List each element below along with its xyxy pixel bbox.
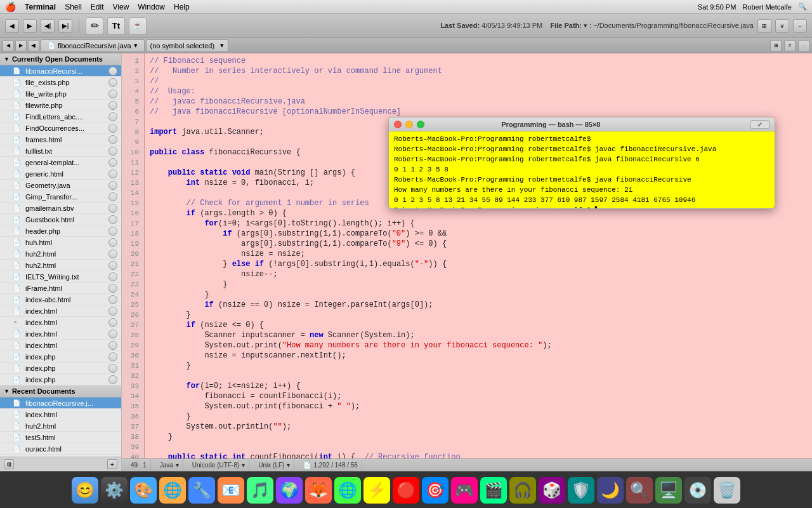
sidebar-item-5[interactable]: 📄 FindOccurrences...	[0, 123, 121, 134]
terminal-minimize-button[interactable]	[405, 121, 413, 128]
status-lang[interactable]: Java ▾	[156, 459, 183, 471]
sidebar-item-2[interactable]: 📄 file_write.php	[0, 88, 121, 100]
nav-start-button[interactable]: ◀|	[41, 19, 55, 33]
sidebar-recent-2[interactable]: 📄 huh2.html	[0, 420, 121, 432]
sidebar-item-21[interactable]: 📄 index.html	[0, 305, 121, 317]
sidebar-recent-1[interactable]: 📄 index.html	[0, 409, 121, 420]
terminal-maximize-button[interactable]	[417, 121, 424, 128]
sidebar-item-26[interactable]: 📄 index.php	[0, 363, 121, 374]
sidebar-item-fibonaccirecursive[interactable]: 📄 fibonacciRecursi...	[0, 65, 121, 77]
dock-app6[interactable]: 🎵	[247, 477, 273, 504]
sidebar-item-8[interactable]: 📄 general-templat...	[0, 157, 121, 168]
sidebar-item-17[interactable]: 📄 huh2.html	[0, 260, 121, 271]
file-tab[interactable]: 📄 fibonacciRecursive.java ▾	[41, 39, 145, 52]
dock-app16[interactable]: 🌙	[597, 477, 624, 504]
sidebar-item-16[interactable]: 📄 huh2.html	[0, 248, 121, 260]
code-text[interactable]: // Fibonacci sequence // Number in serie…	[145, 53, 812, 458]
dock-app14[interactable]: 🎲	[539, 477, 565, 504]
dock-app4[interactable]: 🔧	[188, 477, 215, 504]
dock-app7[interactable]: 🌍	[276, 477, 303, 504]
sidebar-item-19[interactable]: 📄 iFrame.html	[0, 283, 121, 294]
toolbar-end-btn-2[interactable]: #	[775, 19, 789, 33]
dock-app3[interactable]: 🌐	[159, 477, 186, 504]
dock-dashboard[interactable]: ⚙️	[101, 477, 128, 504]
sidebar-close-btn-11[interactable]	[108, 192, 117, 201]
sidebar-close-btn-27[interactable]	[108, 375, 117, 384]
nav-prev-button[interactable]: ◀	[5, 19, 19, 33]
sidebar-recent-4[interactable]: 📄 ouracc.html	[0, 443, 121, 455]
sidebar-close-btn-7[interactable]	[108, 147, 117, 156]
sidebar-close-btn-15[interactable]	[108, 238, 117, 247]
sidebar-item-7[interactable]: 📄 fulllist.txt	[0, 145, 121, 157]
sidebar-item-1[interactable]: 📄 file_exists.php	[0, 77, 121, 88]
search-icon[interactable]: 🔍	[798, 3, 807, 11]
dock-app11[interactable]: 🎮	[451, 477, 478, 504]
sidebar-close-btn-2[interactable]	[108, 90, 117, 98]
dock-app5[interactable]: 📧	[218, 477, 244, 504]
dock-app8[interactable]: ⚡	[363, 477, 390, 504]
sidebar-close-btn-18[interactable]	[108, 272, 117, 281]
sidebar-close-btn-21[interactable]	[108, 307, 117, 316]
dock-app19[interactable]: 💿	[684, 477, 711, 504]
sidebar-close-btn-16[interactable]	[108, 250, 117, 258]
status-line-ending[interactable]: Unix (LF) ▾	[254, 459, 294, 471]
dock-app2[interactable]: 🎨	[130, 477, 157, 504]
toolbar-end-btn-3[interactable]: -	[793, 19, 807, 33]
terminal-close-button[interactable]	[394, 121, 402, 128]
sidebar-close-btn-0[interactable]	[108, 67, 117, 76]
sidebar-close-btn-20[interactable]	[108, 295, 117, 304]
sidebar-item-10[interactable]: 📄 Geometry.java	[0, 180, 121, 191]
tab-nav-prev[interactable]: ◀	[3, 40, 14, 51]
tt-format-button[interactable]: Tt	[107, 17, 125, 35]
dock-app12[interactable]: 🎬	[480, 477, 507, 504]
menu-shell[interactable]: Shell	[65, 3, 82, 11]
sidebar-add-btn[interactable]: +	[107, 459, 117, 469]
menu-help[interactable]: Help	[174, 3, 190, 11]
apple-menu[interactable]: 🍎	[5, 2, 16, 12]
menu-window[interactable]: Window	[138, 3, 165, 11]
tab-end-btn-3[interactable]: -	[798, 40, 809, 51]
sidebar-close-btn-19[interactable]	[108, 284, 117, 293]
dock-app17[interactable]: 🔍	[626, 477, 653, 504]
sidebar-recent-3[interactable]: 📄 test5.html	[0, 432, 121, 443]
sidebar-close-btn-5[interactable]	[108, 124, 117, 133]
sidebar-item-24[interactable]: 📄 index.html	[0, 340, 121, 351]
tab-end-btn-1[interactable]: ⊞	[770, 40, 782, 51]
sidebar-close-btn-8[interactable]	[108, 158, 117, 167]
sidebar-item-27[interactable]: 📄 index.php	[0, 374, 121, 385]
status-encoding[interactable]: Unicode (UTF-8) ▾	[188, 459, 249, 471]
dock-app13[interactable]: 🎧	[509, 477, 536, 504]
dock-app18[interactable]: 🖥️	[655, 477, 682, 504]
sidebar-close-btn-10[interactable]	[108, 181, 117, 190]
sidebar-section-recent[interactable]: ▼ Recent Documents	[0, 385, 121, 398]
sidebar-close-btn-12[interactable]	[108, 204, 117, 213]
sidebar-recent-0[interactable]: 📄 fibonacciRecursive.j...	[0, 398, 121, 409]
sidebar-close-btn-26[interactable]	[108, 364, 117, 373]
sidebar-settings-btn[interactable]: ⚙	[4, 459, 14, 469]
toolbar-end-btn-1[interactable]: ⊞	[757, 19, 771, 33]
sidebar-close-btn-25[interactable]	[108, 352, 117, 361]
dock-firefox[interactable]: 🦊	[305, 477, 332, 504]
tab-nav-start[interactable]: ◀|	[28, 40, 39, 51]
dock-app15[interactable]: 🛡️	[568, 477, 594, 504]
code-editor[interactable]: 12345 678910 1112131415 1617181920 21222…	[122, 53, 812, 458]
sidebar-item-11[interactable]: 📄 Gimp_Transfor...	[0, 191, 121, 203]
tab-nav-next[interactable]: ▶	[15, 40, 27, 51]
sidebar-close-btn-1[interactable]	[108, 78, 117, 87]
sidebar-close-btn-6[interactable]	[108, 135, 117, 144]
sidebar-item-18[interactable]: 📄 IELTS_Writing.txt	[0, 271, 121, 283]
terminal-expand-btn[interactable]: ⤢	[750, 120, 769, 129]
sidebar-section-open[interactable]: ▼ Currently Open Documents	[0, 53, 121, 65]
java-icon[interactable]: ☕	[129, 17, 147, 35]
sidebar-close-btn-3[interactable]	[108, 101, 117, 110]
sidebar-item-14[interactable]: 📄 header.php	[0, 225, 121, 237]
symbol-selector[interactable]: (no symbol selected) ▾	[146, 39, 228, 52]
terminal-content[interactable]: Roberts-MacBook-Pro:Programming robertme…	[389, 131, 775, 208]
dock-chrome[interactable]: 🌐	[334, 477, 361, 504]
sidebar-close-btn-14[interactable]	[108, 227, 117, 236]
sidebar-close-btn-13[interactable]	[108, 215, 117, 224]
dock-app10[interactable]: 🎯	[422, 477, 449, 504]
menu-edit[interactable]: Edit	[91, 3, 104, 11]
sidebar-close-btn-24[interactable]	[108, 341, 117, 350]
sidebar-item-3[interactable]: 📄 filewrite.php	[0, 100, 121, 111]
